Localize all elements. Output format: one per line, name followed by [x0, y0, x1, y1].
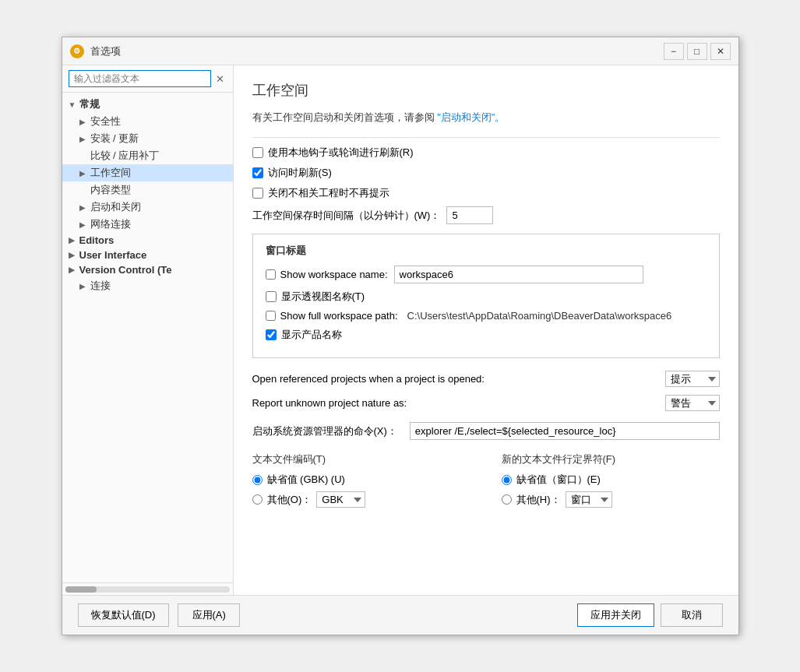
tree-item-version[interactable]: ▶ Version Control (Te — [62, 262, 233, 277]
title-bar: ⚙ 首选项 − □ ✕ — [62, 37, 738, 65]
report-unknown-row: Report unknown project nature as: 警告 忽略 … — [252, 395, 720, 411]
chevron-right-icon: ▶ — [79, 203, 90, 212]
encoding-default-label[interactable]: 缺省值 (GBK) (U) — [267, 473, 345, 487]
chevron-right-icon: ▶ — [79, 220, 90, 229]
encoding-other-radio[interactable] — [252, 494, 263, 505]
window-title: 首选项 — [90, 44, 664, 58]
tree-item-editors[interactable]: ▶ Editors — [62, 233, 233, 248]
filter-clear-button[interactable]: ✕ — [214, 72, 227, 85]
info-text: 有关工作空间启动和关闭首选项，请参阅 "启动和关闭"。 — [252, 111, 720, 125]
show-product-checkbox[interactable] — [266, 329, 277, 340]
divider-1 — [252, 137, 720, 138]
filter-box: ✕ — [62, 65, 233, 93]
newline-other-label[interactable]: 其他(H)： — [516, 493, 561, 507]
show-product-row: 显示产品名称 — [266, 328, 707, 342]
right-panel: 工作空间 有关工作空间启动和关闭首选项，请参阅 "启动和关闭"。 使用本地钩子或… — [234, 65, 738, 595]
bottom-bar: 恢复默认值(D) 应用(A) 应用并关闭 取消 — [62, 595, 738, 635]
show-perspective-row: 显示透视图名称(T) — [266, 290, 707, 304]
scrollbar-track — [65, 586, 230, 593]
tree-item-wangluo[interactable]: ▶ 网络连接 — [62, 216, 233, 233]
save-interval-row: 工作空间保存时间间隔（以分钟计）(W)： — [252, 206, 720, 224]
close-prompt-row: 关闭不相关工程时不再提示 — [252, 186, 720, 200]
close-prompt-checkbox[interactable] — [252, 188, 263, 199]
close-prompt-label[interactable]: 关闭不相关工程时不再提示 — [252, 186, 389, 200]
minimize-button[interactable]: − — [664, 43, 684, 60]
info-link[interactable]: "启动和关闭"。 — [437, 111, 505, 123]
show-full-path-row: Show full workspace path: C:\Users\test\… — [266, 310, 707, 322]
encoding-default-row: 缺省值 (GBK) (U) — [252, 473, 470, 487]
show-perspective-checkbox[interactable] — [266, 291, 277, 302]
newline-default-label[interactable]: 缺省值（窗口）(E) — [516, 473, 601, 487]
text-encoding-col: 文本文件编码(T) 缺省值 (GBK) (U) 其他(O)： GBK UTF-8 — [252, 452, 470, 512]
tree-item-lianjie[interactable]: ▶ 连接 — [62, 277, 233, 294]
open-referenced-select[interactable]: 提示 始终 从不 — [665, 371, 720, 387]
preferences-window: ⚙ 首选项 − □ ✕ ✕ ▼ 常规 ▶ — [62, 37, 739, 635]
chevron-right-icon: ▶ — [79, 135, 90, 143]
access-refresh-row: 访问时刷新(S) — [252, 166, 720, 180]
tree-item-changui[interactable]: ▼ 常规 — [62, 96, 233, 113]
chevron-right-icon: ▶ — [69, 236, 79, 245]
workspace-name-input[interactable] — [394, 266, 643, 283]
encoding-other-select[interactable]: GBK UTF-8 — [316, 491, 365, 508]
show-workspace-name-checkbox[interactable] — [266, 269, 276, 280]
restore-defaults-button[interactable]: 恢复默认值(D) — [78, 603, 169, 627]
window-title-section: 窗口标题 Show workspace name: 显示透视图名称(T) — [252, 234, 720, 358]
system-explorer-input[interactable] — [410, 422, 720, 440]
encoding-default-radio[interactable] — [252, 475, 263, 485]
chevron-down-icon: ▼ — [69, 100, 79, 109]
open-referenced-row: Open referenced projects when a project … — [252, 371, 720, 387]
cancel-button[interactable]: 取消 — [661, 603, 723, 627]
report-unknown-dropdown-wrap: 警告 忽略 错误 — [665, 395, 720, 411]
report-unknown-select[interactable]: 警告 忽略 错误 — [665, 395, 720, 411]
newline-other-radio[interactable] — [502, 494, 512, 505]
show-product-label[interactable]: 显示产品名称 — [266, 328, 342, 342]
tree-item-bijiao[interactable]: 比较 / 应用补丁 — [62, 147, 233, 164]
scrollbar-thumb — [65, 586, 97, 593]
tree-item-gongzuo[interactable]: ▶ 工作空间 — [62, 164, 233, 181]
open-referenced-dropdown-wrap: 提示 始终 从不 — [665, 371, 720, 387]
chevron-right-icon: ▶ — [79, 118, 90, 126]
show-full-path-label[interactable]: Show full workspace path: — [266, 310, 398, 322]
page-title: 工作空间 — [252, 81, 720, 100]
show-full-path-checkbox[interactable] — [266, 311, 276, 321]
workspace-path-display: C:\Users\test\AppData\Roaming\DBeaverDat… — [407, 310, 672, 322]
horizontal-scrollbar[interactable] — [62, 582, 233, 595]
bottom-left-spacer: 恢复默认值(D) 应用(A) — [78, 603, 571, 627]
system-explorer-row: 启动系统资源管理器的命令(X)： — [252, 422, 720, 440]
encoding-other-label[interactable]: 其他(O)： — [267, 493, 312, 507]
refresh-option-row: 使用本地钩子或轮询进行刷新(R) — [252, 146, 720, 160]
newline-other-select[interactable]: 窗口 Unix Mac — [566, 491, 612, 508]
tree-item-qidong[interactable]: ▶ 启动和关闭 — [62, 199, 233, 216]
dialog-body: ✕ ▼ 常规 ▶ 安全性 ▶ 安装 / 更新 — [62, 65, 738, 595]
newline-other-row: 其他(H)： 窗口 Unix Mac — [502, 491, 720, 508]
tree: ▼ 常规 ▶ 安全性 ▶ 安装 / 更新 比较 / 应用补丁 — [62, 93, 233, 582]
save-interval-input[interactable] — [446, 206, 493, 224]
filter-input[interactable] — [69, 70, 211, 87]
refresh-label[interactable]: 使用本地钩子或轮询进行刷新(R) — [252, 146, 414, 160]
show-perspective-label[interactable]: 显示透视图名称(T) — [266, 290, 365, 304]
show-workspace-name-row: Show workspace name: — [266, 266, 707, 283]
access-refresh-checkbox[interactable] — [252, 167, 263, 178]
maximize-button[interactable]: □ — [687, 43, 707, 60]
refresh-checkbox[interactable] — [252, 147, 263, 158]
chevron-right-icon: ▶ — [69, 251, 79, 259]
access-refresh-label[interactable]: 访问时刷新(S) — [252, 166, 332, 180]
chevron-right-icon: ▶ — [69, 266, 79, 274]
tree-item-ui[interactable]: ▶ User Interface — [62, 248, 233, 262]
newline-default-radio[interactable] — [502, 475, 512, 485]
window-icon: ⚙ — [70, 44, 84, 58]
chevron-right-icon: ▶ — [79, 282, 90, 290]
show-workspace-name-label[interactable]: Show workspace name: — [266, 269, 388, 280]
window-controls: − □ ✕ — [664, 43, 731, 60]
tree-item-anquanxing[interactable]: ▶ 安全性 — [62, 113, 233, 130]
close-button[interactable]: ✕ — [710, 43, 731, 60]
newline-col: 新的文本文件行定界符(F) 缺省值（窗口）(E) 其他(H)： 窗口 Unix … — [502, 452, 720, 512]
apply-button[interactable]: 应用(A) — [178, 603, 240, 627]
tree-item-neirong[interactable]: 内容类型 — [62, 181, 233, 199]
apply-close-button[interactable]: 应用并关闭 — [577, 603, 654, 627]
tree-item-anzhuang[interactable]: ▶ 安装 / 更新 — [62, 130, 233, 147]
chevron-right-icon: ▶ — [79, 169, 90, 178]
encoding-section: 文本文件编码(T) 缺省值 (GBK) (U) 其他(O)： GBK UTF-8 — [252, 452, 720, 512]
left-panel: ✕ ▼ 常规 ▶ 安全性 ▶ 安装 / 更新 — [62, 65, 234, 595]
encoding-other-row: 其他(O)： GBK UTF-8 — [252, 491, 470, 508]
